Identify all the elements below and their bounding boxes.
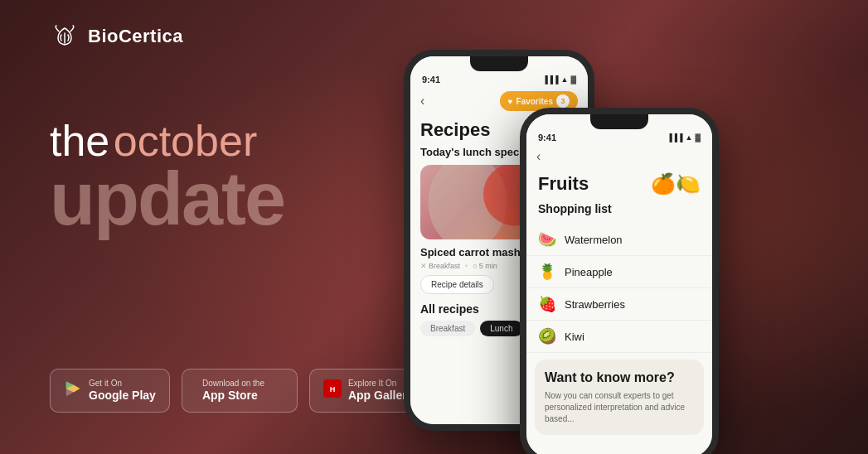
want-to-know-desc: Now you can consult experts to get perso… bbox=[545, 390, 694, 425]
fruits-emoji: 🍊🍋 bbox=[651, 172, 701, 196]
wifi-icon2: ▲ bbox=[686, 133, 693, 142]
watermelon-name: Watermelon bbox=[565, 234, 623, 246]
app-store-texts: Download on the App Store bbox=[202, 379, 264, 403]
pineapple-name: Pineapple bbox=[565, 266, 613, 278]
clock-icon: ○ bbox=[473, 262, 477, 270]
favorites-count: 3 bbox=[556, 94, 570, 108]
phone2-time: 9:41 bbox=[538, 133, 556, 142]
phone1-notch bbox=[470, 56, 528, 71]
fruit-item-pineapple: 🍍 Pineapple bbox=[526, 256, 712, 288]
time-label: 5 min bbox=[479, 262, 497, 270]
store-buttons-group: Get it On Google Play Download on the Ap… bbox=[50, 369, 428, 413]
fruit-item-watermelon: 🍉 Watermelon bbox=[526, 224, 712, 256]
pineapple-emoji: 🍍 bbox=[538, 263, 556, 281]
google-play-small-text: Get it On bbox=[89, 379, 156, 389]
heart-icon: ♥ bbox=[508, 97, 513, 106]
app-store-button[interactable]: Download on the App Store bbox=[182, 369, 298, 413]
watermelon-emoji: 🍉 bbox=[538, 230, 556, 249]
fruits-title: Fruits bbox=[538, 173, 589, 195]
fruits-header: Fruits 🍊🍋 bbox=[526, 169, 712, 202]
battery-icon: ▓ bbox=[570, 75, 576, 84]
kiwi-emoji: 🥝 bbox=[538, 327, 556, 345]
hero-update: update bbox=[50, 162, 284, 236]
hero-text-block: the october update bbox=[50, 116, 284, 236]
tag-time: ○ 5 min bbox=[473, 262, 497, 270]
brand-name: BioCertica bbox=[88, 26, 183, 47]
phone2-status-icons: ▐▐▐ ▲ ▓ bbox=[667, 133, 701, 142]
phone1-back-icon[interactable]: ‹ bbox=[420, 94, 424, 109]
separator: • bbox=[465, 262, 468, 270]
filter-breakfast-tab[interactable]: Breakfast bbox=[420, 321, 475, 336]
phones-area: 9:41 ▐▐▐ ▲ ▓ ‹ ♥ Favorites 3 Recipes Tod… bbox=[379, 0, 843, 454]
svg-text:H: H bbox=[330, 385, 336, 394]
huawei-icon: H bbox=[323, 379, 342, 402]
phone2-nav: ‹ bbox=[526, 146, 712, 169]
filter-lunch-tab[interactable]: Lunch bbox=[480, 321, 522, 336]
fruit-item-strawberries: 🍓 Strawberries bbox=[526, 288, 712, 321]
tag-breakfast: ✕ Breakfast bbox=[420, 262, 460, 270]
phone2-screen: 9:41 ▐▐▐ ▲ ▓ ‹ Fruits 🍊🍋 Shopping list 🍉… bbox=[526, 114, 712, 454]
google-play-icon bbox=[64, 378, 82, 403]
want-to-know-title: Want to know more? bbox=[545, 369, 694, 385]
biocertica-logo-icon bbox=[50, 25, 80, 48]
signal-icon2: ▐▐▐ bbox=[667, 133, 682, 142]
cross-icon: ✕ bbox=[420, 262, 427, 270]
phone2-back-icon[interactable]: ‹ bbox=[536, 149, 541, 163]
wifi-icon: ▲ bbox=[561, 75, 569, 84]
battery-icon2: ▓ bbox=[695, 133, 701, 142]
shopping-list-title: Shopping list bbox=[526, 202, 712, 224]
kiwi-name: Kiwi bbox=[565, 331, 584, 343]
app-store-big-text: App Store bbox=[202, 389, 264, 403]
phone1-status-icons: ▐▐▐ ▲ ▓ bbox=[542, 75, 576, 84]
strawberries-emoji: 🍓 bbox=[538, 295, 556, 313]
recipe-details-button[interactable]: Recipe details bbox=[420, 275, 494, 294]
logo-area: BioCertica bbox=[50, 25, 183, 48]
strawberries-name: Strawberries bbox=[565, 298, 625, 311]
favorites-label: Favorites bbox=[516, 97, 553, 106]
google-play-button[interactable]: Get it On Google Play bbox=[50, 369, 170, 413]
phone1-time: 9:41 bbox=[422, 75, 440, 85]
want-to-know-section: Want to know more? Now you can consult e… bbox=[535, 360, 704, 435]
fruit-item-kiwi: 🥝 Kiwi bbox=[526, 321, 712, 353]
breakfast-label: Breakfast bbox=[429, 262, 460, 270]
app-store-small-text: Download on the bbox=[202, 379, 264, 389]
signal-icon: ▐▐▐ bbox=[542, 75, 558, 84]
phone2-fruits: 9:41 ▐▐▐ ▲ ▓ ‹ Fruits 🍊🍋 Shopping list 🍉… bbox=[520, 108, 719, 454]
google-play-texts: Get it On Google Play bbox=[89, 379, 156, 403]
google-play-big-text: Google Play bbox=[89, 389, 156, 403]
phone2-notch bbox=[590, 114, 648, 129]
